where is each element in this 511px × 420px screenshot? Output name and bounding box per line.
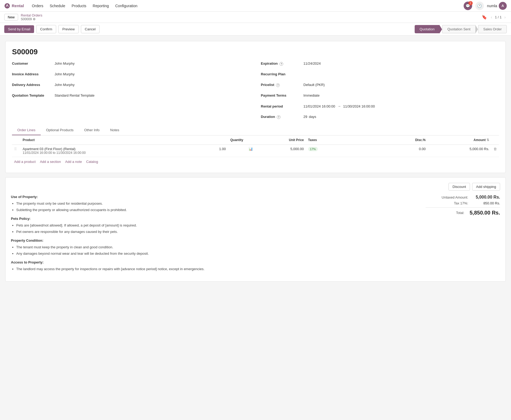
total-label: Total:: [427, 211, 464, 215]
preview-button[interactable]: Preview: [58, 25, 79, 33]
drag-handle-icon[interactable]: ⠿: [14, 147, 17, 151]
product-unit-price[interactable]: 5,000.00: [290, 147, 304, 151]
discount-button[interactable]: Discount: [448, 183, 470, 191]
prev-page-button[interactable]: ‹: [490, 15, 493, 20]
quotation-template-value[interactable]: Standard Rental Template: [55, 93, 94, 97]
cancel-button[interactable]: Cancel: [81, 25, 100, 33]
status-quotation[interactable]: Quotation: [415, 25, 440, 33]
rental-period-end[interactable]: 11/30/2024 16:00:00: [343, 104, 375, 108]
rental-period-row: Rental period 11/01/2024 16:00:00 → 11/3…: [261, 104, 499, 112]
confirm-button[interactable]: Confirm: [36, 25, 56, 33]
pricelist-help-icon[interactable]: ?: [276, 83, 280, 87]
property-condition-title: Property Condition:: [11, 238, 415, 242]
duration-help-icon[interactable]: ?: [277, 115, 281, 119]
order-tabs: Order Lines Optional Products Other Info…: [12, 125, 499, 135]
customer-value[interactable]: John Murphy: [55, 61, 75, 65]
bookmark-icon[interactable]: 🔖: [482, 15, 487, 20]
add-note-link[interactable]: Add a note: [65, 160, 82, 164]
status-sales-order[interactable]: Sales Order: [478, 25, 507, 33]
nav-configuration[interactable]: Configuration: [113, 3, 140, 9]
user-menu[interactable]: numla A: [487, 2, 507, 10]
form-card: S00009 Customer John Murphy Invoice Addr…: [5, 41, 506, 173]
expiration-help-icon[interactable]: ?: [279, 62, 283, 66]
col-product: Product: [20, 135, 200, 145]
delivery-address-label: Delivery Address: [12, 83, 55, 87]
col-quantity: Quantity: [200, 135, 245, 145]
footer-body: Use of Property: The property must only …: [11, 195, 500, 276]
sort-icon[interactable]: ⇅: [487, 138, 489, 142]
tax-badge[interactable]: 17%: [308, 147, 318, 151]
forecast-icon[interactable]: 📊: [249, 147, 253, 151]
tab-notes[interactable]: Notes: [105, 125, 125, 135]
total-value: 5,850.00 Rs.: [469, 210, 500, 216]
nav-right: 💬 2 🕐 numla A: [464, 2, 507, 10]
chat-icon[interactable]: 💬 2: [464, 2, 472, 10]
breadcrumb: Rental Orders S00009 ⚙: [21, 13, 42, 21]
breadcrumb-parent[interactable]: Rental Orders: [21, 13, 42, 17]
col-amount: Amount ⇅: [428, 135, 491, 145]
app-logo[interactable]: Rental: [4, 3, 24, 9]
header-right: 🔖 ‹ 1 / 1 ›: [482, 15, 507, 20]
col-unit-price: Unit Price: [255, 135, 306, 145]
pricelist-value[interactable]: Default (PKR): [303, 83, 325, 87]
access-list: The landlord may access the property for…: [11, 266, 415, 272]
table-row: ⠿ Apartment 03 (First Floor) (Rental) 11…: [12, 145, 499, 157]
tab-other-info[interactable]: Other Info: [79, 125, 105, 135]
order-lines-table: Product Quantity Unit Price Taxes Disc.%…: [12, 135, 499, 157]
footer-notes: Use of Property: The property must only …: [11, 195, 415, 276]
nav-orders[interactable]: Orders: [29, 3, 46, 9]
sub-header: New Rental Orders S00009 ⚙ 🔖 ‹ 1 / 1 ›: [0, 12, 511, 23]
expiration-value[interactable]: 11/24/2024: [303, 61, 321, 65]
footer-section: Discount Add shipping Use of Property: T…: [5, 177, 506, 282]
invoice-address-label: Invoice Address: [12, 72, 55, 76]
recurring-plan-row: Recurring Plan: [261, 72, 499, 80]
use-of-property-section: Use of Property: The property must only …: [11, 195, 415, 212]
list-item: Any damages beyond normal wear and tear …: [16, 251, 415, 256]
status-quotation-sent[interactable]: Quotation Sent: [442, 25, 476, 33]
use-of-property-list: The property must only be used for resid…: [11, 201, 415, 212]
nav-reporting[interactable]: Reporting: [90, 3, 112, 9]
customer-row: Customer John Murphy: [12, 61, 250, 69]
tab-optional-products[interactable]: Optional Products: [41, 125, 79, 135]
notification-badge: 2: [468, 1, 473, 5]
add-section-link[interactable]: Add a section: [40, 160, 61, 164]
tax-value: 850.00 Rs.: [473, 201, 500, 205]
next-page-button[interactable]: ›: [503, 15, 507, 20]
page-indicator: 1 / 1: [495, 15, 501, 19]
total-row: Total: 5,850.00 Rs.: [426, 210, 500, 216]
list-item: The property must only be used for resid…: [16, 201, 415, 206]
rental-period-start[interactable]: 11/01/2024 16:00:00: [303, 104, 335, 108]
totals-divider: [426, 207, 500, 208]
customer-label: Customer: [12, 61, 55, 65]
delivery-address-value[interactable]: John Murphy: [55, 83, 75, 87]
tab-order-lines[interactable]: Order Lines: [12, 125, 41, 135]
invoice-address-value[interactable]: John Murphy: [55, 72, 75, 76]
new-button[interactable]: New: [4, 14, 18, 20]
pricelist-row: Pricelist ? Default (PKR): [261, 83, 499, 90]
add-shipping-button[interactable]: Add shipping: [472, 183, 500, 191]
duration-row: Duration ? 29 days: [261, 115, 499, 122]
payment-terms-value[interactable]: Immediate: [303, 93, 320, 97]
nav-products[interactable]: Products: [69, 3, 89, 9]
add-product-link[interactable]: Add a product: [14, 160, 36, 164]
nav-schedule[interactable]: Schedule: [47, 3, 68, 9]
product-quantity[interactable]: 1.00: [219, 147, 226, 151]
status-bar: Quotation Quotation Sent Sales Order: [415, 25, 507, 33]
settings-icon[interactable]: ⚙: [33, 17, 36, 21]
product-discount[interactable]: 0.00: [419, 147, 426, 151]
form-col-left: Customer John Murphy Invoice Address Joh…: [12, 61, 250, 125]
catalog-link[interactable]: Catalog: [86, 160, 98, 164]
access-title: Access to Property:: [11, 260, 415, 264]
footer-totals: Untaxed Amount: 5,000.00 Rs. Tax 17%: 85…: [426, 195, 500, 276]
breadcrumb-current: S00009: [21, 17, 32, 21]
duration-label: Duration ?: [261, 115, 303, 119]
delete-row-icon[interactable]: 🗑: [493, 147, 497, 151]
send-email-button[interactable]: Send by Email: [4, 25, 34, 33]
use-of-property-title: Use of Property:: [11, 195, 415, 199]
duration-value[interactable]: 29: [303, 115, 307, 119]
col-disc: Disc.%: [343, 135, 428, 145]
product-dates: 11/01/2024 16:00:00 to 11/30/2024 16:00:…: [23, 151, 197, 155]
clock-icon[interactable]: 🕐: [475, 2, 484, 10]
product-name[interactable]: Apartment 03 (First Floor) (Rental): [23, 147, 197, 151]
nav-items: Orders Schedule Products Reporting Confi…: [29, 3, 140, 9]
